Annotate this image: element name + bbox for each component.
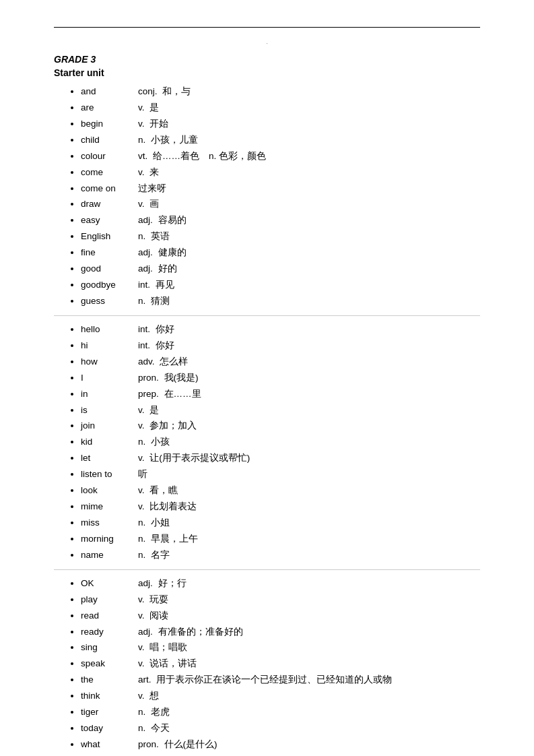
vocab-pos: v. <box>138 119 147 129</box>
vocab-word: child <box>81 133 138 148</box>
list-item: kidn. 小孩 <box>81 435 480 449</box>
vocab-word: are <box>81 101 138 115</box>
vocab-pos: adj. <box>138 627 156 637</box>
vocab-word: what <box>81 738 138 752</box>
vocab-pos: v. <box>138 199 147 209</box>
vocab-word: easy <box>81 214 138 228</box>
vocab-pos: v. <box>138 610 147 621</box>
vocab-definition: 比划着表达 <box>149 501 197 511</box>
vocab-pos: n. <box>138 723 148 733</box>
vocab-pos: v. <box>138 102 147 113</box>
vocab-word: today <box>81 722 138 736</box>
vocab-definition: 让(用于表示提议或帮忙) <box>149 453 250 463</box>
list-item: singv. 唱；唱歌 <box>81 641 480 655</box>
vocab-pos: v. <box>138 658 147 668</box>
list-item: childn. 小孩，儿童 <box>81 133 480 148</box>
vocab-word: OK <box>81 577 138 591</box>
vocab-list-1: andconj. 和，与arev. 是beginv. 开始childn. 小孩，… <box>54 85 480 309</box>
vocab-word: good <box>81 262 138 276</box>
list-item: howadv. 怎么样 <box>81 355 480 369</box>
vocab-word: sing <box>81 641 138 655</box>
vocab-definition: 老虎 <box>151 707 170 717</box>
vocab-pos: v. <box>138 594 147 604</box>
vocab-definition: 再见 <box>156 280 174 290</box>
vocab-definition: 名字 <box>151 550 170 560</box>
vocab-definition: 好；行 <box>158 578 187 588</box>
vocab-pos: adj. <box>138 247 156 257</box>
vocab-word: begin <box>81 117 138 131</box>
vocab-word: come on <box>81 182 138 196</box>
vocab-word: join <box>81 419 138 433</box>
vocab-definition: 今天 <box>151 723 170 733</box>
vocab-list-3: OKadj. 好；行playv. 玩耍readv. 阅读readyadj. 有准… <box>54 577 480 756</box>
vocab-pos: n. <box>138 534 148 544</box>
list-item: comev. 来 <box>81 166 480 180</box>
top-dot: · <box>54 40 480 47</box>
list-item: fineadj. 健康的 <box>81 246 480 260</box>
vocab-word: guess <box>81 294 138 309</box>
vocab-pos: v. <box>138 485 147 495</box>
vocab-definition: 阅读 <box>149 610 168 621</box>
list-item: joinv. 参加；加入 <box>81 419 480 433</box>
vocab-pos: art. <box>138 674 154 685</box>
vocab-word: ready <box>81 625 138 639</box>
vocab-pos: prep. <box>138 389 162 399</box>
vocab-word: name <box>81 548 138 563</box>
vocab-word: goodbye <box>81 278 138 292</box>
list-item: letv. 让(用于表示提议或帮忙) <box>81 451 480 466</box>
list-item: theart. 用于表示你正在谈论一个已经提到过、已经知道的人或物 <box>81 673 480 687</box>
vocab-definition: 容易的 <box>158 215 187 225</box>
list-item: readyadj. 有准备的；准备好的 <box>81 625 480 639</box>
vocab-definition: 唱；唱歌 <box>149 642 187 652</box>
list-item: drawv. 画 <box>81 197 480 212</box>
list-item: thinkv. 想 <box>81 689 480 703</box>
vocab-definition: 健康的 <box>158 247 187 257</box>
top-divider <box>54 27 480 28</box>
vocab-pos: n. <box>138 231 148 241</box>
vocab-word: morning <box>81 532 138 546</box>
vocab-definition: 过来呀 <box>138 183 166 193</box>
vocab-definition: 画 <box>149 199 159 209</box>
list-item: speakv. 说话，讲话 <box>81 657 480 671</box>
list-item: beginv. 开始 <box>81 117 480 131</box>
vocab-word: the <box>81 673 138 687</box>
vocab-word: let <box>81 451 138 466</box>
vocab-definition: 在……里 <box>164 389 201 399</box>
vocab-definition: 有准备的；准备好的 <box>158 627 243 637</box>
list-item: isv. 是 <box>81 404 480 418</box>
section-1: andconj. 和，与arev. 是beginv. 开始childn. 小孩，… <box>54 85 480 309</box>
vocab-list-2: helloint. 你好hiint. 你好howadv. 怎么样Ipron. 我… <box>54 323 480 563</box>
vocab-definition: 我(我是) <box>164 373 199 383</box>
vocab-pos: adj. <box>138 578 156 588</box>
vocab-pos: n. <box>138 707 148 717</box>
vocab-definition: 怎么样 <box>160 356 188 367</box>
vocab-word: speak <box>81 657 138 671</box>
vocab-definition: 你好 <box>156 324 174 334</box>
vocab-word: I <box>81 371 138 385</box>
list-item: arev. 是 <box>81 101 480 115</box>
vocab-pos: v. <box>138 691 147 701</box>
vocab-word: hi <box>81 339 138 353</box>
list-item: goodadj. 好的 <box>81 262 480 276</box>
vocab-word: play <box>81 593 138 607</box>
list-item: come on过来呀 <box>81 182 480 196</box>
vocab-word: look <box>81 484 138 498</box>
vocab-definition: 给……着色 n. 色彩，颜色 <box>153 151 266 161</box>
grade-title: GRADE 3 <box>54 54 480 65</box>
vocab-definition: 好的 <box>158 263 177 274</box>
divider-2 <box>54 569 480 570</box>
list-item: OKadj. 好；行 <box>81 577 480 591</box>
list-item: Englishn. 英语 <box>81 230 480 244</box>
vocab-definition: 说话，讲话 <box>149 658 197 668</box>
vocab-definition: 小孩，儿童 <box>151 135 198 145</box>
vocab-word: in <box>81 387 138 402</box>
list-item: whatpron. 什么(是什么) <box>81 738 480 752</box>
list-item: inprep. 在……里 <box>81 387 480 402</box>
vocab-word: read <box>81 609 138 623</box>
vocab-pos: v. <box>138 642 147 652</box>
unit-title: Starter unit <box>54 67 480 78</box>
vocab-definition: 看，瞧 <box>149 485 178 495</box>
vocab-pos: n. <box>138 437 148 447</box>
vocab-word: think <box>81 689 138 703</box>
vocab-word: is <box>81 404 138 418</box>
